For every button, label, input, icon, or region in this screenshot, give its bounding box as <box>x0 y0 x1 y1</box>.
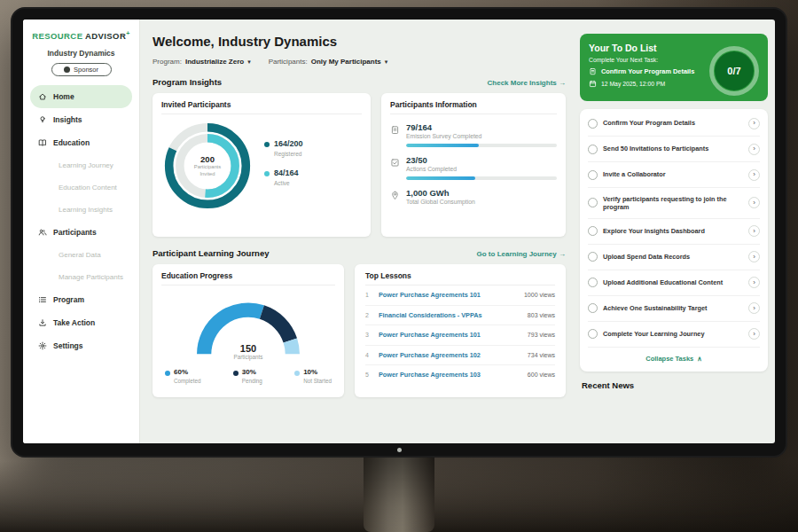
collapse-caret-icon: ∧ <box>697 355 702 363</box>
task-label: Verify participants requesting to join t… <box>603 195 743 212</box>
task-checkbox[interactable] <box>588 226 598 236</box>
learning-journey-title: Participant Learning Journey <box>153 248 269 258</box>
app-logo: RESOURCE ADVISOR+ <box>23 30 139 41</box>
sidebar-item-label: Program <box>53 295 84 304</box>
top-lessons-card: Top Lessons 1 Power Purchase Agreements … <box>355 264 566 397</box>
task-label: Achieve One Sustainability Target <box>603 304 743 312</box>
gauge-center-caption: Participants <box>191 354 306 360</box>
lesson-views: 803 views <box>528 312 555 318</box>
gauge-center-value: 150 <box>191 343 306 354</box>
task-checkbox[interactable] <box>588 303 598 313</box>
lesson-link[interactable]: Power Purchase Agreements 102 <box>379 351 521 359</box>
chevron-right-icon[interactable]: › <box>748 328 760 340</box>
task-checkbox[interactable] <box>588 198 598 207</box>
donut-legend: 164/200 Registered 84/164 Active <box>264 140 303 186</box>
sidebar-item-learning-insights[interactable]: Learning Insights <box>30 199 132 221</box>
sidebar-item-take-action[interactable]: Take Action <box>30 311 132 334</box>
task-checkbox[interactable] <box>588 119 598 129</box>
lesson-views: 600 views <box>528 372 555 378</box>
task-row[interactable]: Verify participants requesting to join t… <box>588 188 760 219</box>
lesson-row: 4 Power Purchase Agreements 102 734 view… <box>365 346 555 366</box>
sponsor-badge[interactable]: Sponsor <box>51 63 112 76</box>
lesson-link[interactable]: Financial Considerations - VPPAs <box>379 311 521 319</box>
sidebar-subitem-label: Learning Journey <box>59 161 113 169</box>
sidebar-subitem-label: Learning Insights <box>59 206 113 214</box>
sidebar-item-settings[interactable]: Settings <box>30 334 132 357</box>
task-row[interactable]: Complete Your Learning Journey › <box>588 322 760 348</box>
todo-due-row: 12 May 2025, 12:00 PM <box>589 80 713 88</box>
chevron-right-icon[interactable]: › <box>748 144 760 155</box>
task-label: Explore Your Insights Dashboard <box>603 227 743 235</box>
todo-summary-card: Your To Do List Complete Your Next Task:… <box>580 34 768 101</box>
lesson-link[interactable]: Power Purchase Agreements 101 <box>379 291 518 299</box>
legend-value: 10% <box>303 368 317 376</box>
sidebar-item-insights[interactable]: Insights <box>30 108 132 131</box>
sidebar: RESOURCE ADVISOR+ Industry Dynamics Spon… <box>23 20 140 443</box>
calendar-icon <box>589 80 597 88</box>
task-checkbox[interactable] <box>588 252 598 262</box>
task-checkbox[interactable] <box>588 278 598 287</box>
invited-participants-donut-chart: 200 Participants Invited <box>161 120 254 212</box>
legend-value: 60% <box>174 368 188 376</box>
legend-dot <box>165 371 170 376</box>
task-row[interactable]: Upload Additional Educational Content › <box>588 270 760 296</box>
sidebar-item-education[interactable]: Education <box>30 131 132 154</box>
chevron-right-icon[interactable]: › <box>748 302 760 314</box>
sidebar-item-education-content[interactable]: Education Content <box>30 176 132 199</box>
task-row[interactable]: Invite a Collaborator › <box>588 162 760 188</box>
program-insights-header: Program Insights Check More Insights → <box>153 77 566 87</box>
sidebar-item-manage-participants[interactable]: Manage Participants <box>30 266 132 288</box>
task-label: Confirm Your Program Details <box>603 119 743 127</box>
participants-filter-label: Participants: <box>269 58 308 66</box>
chevron-right-icon[interactable]: › <box>748 118 760 129</box>
learning-journey-header: Participant Learning Journey Go to Learn… <box>153 248 566 258</box>
program-filter-label: Program: <box>153 58 182 66</box>
legend-item-pending: 30% Pending <box>233 368 262 384</box>
lesson-row: 5 Power Purchase Agreements 103 600 view… <box>365 365 555 385</box>
page-title: Welcome, Industry Dynamics <box>153 34 566 49</box>
collapse-tasks-link[interactable]: Collapse Tasks ∧ <box>588 348 760 370</box>
chevron-right-icon[interactable]: › <box>748 277 760 288</box>
sidebar-item-participants[interactable]: Participants <box>30 221 132 244</box>
arrow-right-icon: → <box>559 250 566 258</box>
sidebar-subitem-label: Education Content <box>59 184 117 192</box>
gauge-legend: 60% Completed 30% Pending <box>161 368 335 384</box>
chevron-right-icon[interactable]: › <box>748 169 760 181</box>
legend-label: Not Started <box>303 378 332 384</box>
task-checkbox[interactable] <box>588 329 598 339</box>
home-icon <box>38 92 47 101</box>
program-filter-value: Industrialize Zero <box>185 58 244 66</box>
task-row[interactable]: Confirm Your Program Details › <box>588 111 760 137</box>
todo-panel: Your To Do List Complete Your Next Task:… <box>580 20 768 443</box>
check-more-insights-link[interactable]: Check More Insights → <box>488 79 566 87</box>
info-label: Emission Survey Completed <box>406 133 557 139</box>
arrow-right-icon: → <box>559 79 566 87</box>
lesson-link[interactable]: Power Purchase Agreements 101 <box>379 331 521 339</box>
todo-progress-value: 0/7 <box>715 51 754 90</box>
chevron-right-icon[interactable]: › <box>748 197 760 208</box>
task-row[interactable]: Explore Your Insights Dashboard › <box>588 219 760 245</box>
legend-dot <box>264 142 270 147</box>
task-checkbox[interactable] <box>588 170 598 180</box>
lesson-row: 2 Financial Considerations - VPPAs 803 v… <box>365 306 555 326</box>
sidebar-item-home[interactable]: Home <box>30 85 132 108</box>
participants-filter[interactable]: Participants: Only My Participants ▾ <box>269 58 388 66</box>
progress-fill <box>406 144 479 147</box>
chevron-right-icon[interactable]: › <box>748 225 760 237</box>
info-row-actions: 23/50 Actions Completed <box>390 155 557 180</box>
go-to-learning-journey-link[interactable]: Go to Learning Journey → <box>477 250 566 258</box>
book-icon <box>38 138 47 147</box>
lesson-link[interactable]: Power Purchase Agreements 103 <box>379 371 521 379</box>
info-label: Total Global Consumption <box>406 199 557 205</box>
sidebar-item-program[interactable]: Program <box>30 288 132 311</box>
task-checkbox[interactable] <box>588 145 598 154</box>
sidebar-item-label: Insights <box>53 115 82 124</box>
task-row[interactable]: Achieve One Sustainability Target › <box>588 296 760 322</box>
lesson-row: 1 Power Purchase Agreements 101 1000 vie… <box>365 286 555 306</box>
chevron-right-icon[interactable]: › <box>748 251 760 262</box>
program-filter[interactable]: Program: Industrialize Zero ▾ <box>153 58 251 66</box>
task-row[interactable]: Send 50 Invitations to Participants › <box>588 137 760 162</box>
sidebar-item-general-data[interactable]: General Data <box>30 244 132 266</box>
task-row[interactable]: Upload Spend Data Records › <box>588 245 760 270</box>
sidebar-item-learning-journey[interactable]: Learning Journey <box>30 154 132 176</box>
